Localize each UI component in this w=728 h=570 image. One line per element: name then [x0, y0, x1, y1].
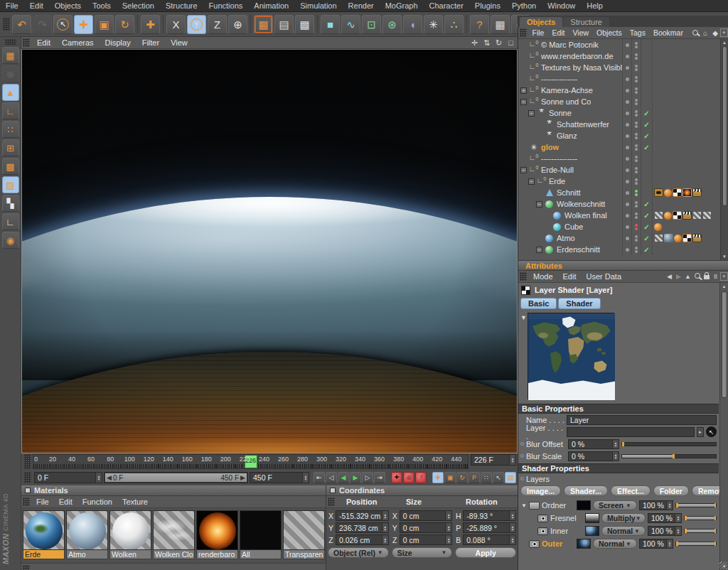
tree-row[interactable]: ∟0-------------- [518, 73, 720, 85]
texsphere-tag-icon[interactable] [664, 234, 673, 242]
layer-dot-cell[interactable] [622, 39, 631, 50]
key-scale-button[interactable]: ▣ [444, 472, 456, 483]
layer-name[interactable]: Fresnel [550, 514, 583, 522]
attributes-scrollbar[interactable]: ▲ ▼ [719, 283, 728, 570]
visibility-dots-cell[interactable] [631, 96, 641, 107]
layer-opacity-slider[interactable] [675, 542, 717, 546]
material-item[interactable]: Atmo [66, 510, 108, 559]
objects-menu-edit[interactable]: Edit [548, 28, 569, 37]
scroll-down-icon[interactable]: ▼ [722, 253, 727, 260]
visibility-editor-dot[interactable] [635, 235, 638, 238]
collapse-caret-icon[interactable]: ▼ [521, 502, 527, 509]
name-field[interactable]: Layer [567, 415, 717, 425]
coordinate-field-position-z[interactable]: 0.026 cm▲▼ [336, 534, 389, 545]
texstripe-tag-icon[interactable] [692, 211, 702, 220]
scrollbar-thumb[interactable] [722, 46, 727, 206]
materials-menu-texture[interactable]: Texture [117, 498, 153, 506]
material-item[interactable]: All [240, 510, 282, 559]
menubar-item-edit[interactable]: Edit [24, 1, 49, 10]
history-icon[interactable]: 8 [711, 273, 720, 280]
points-mode-button[interactable]: ∷ [2, 121, 19, 138]
visibility-dots-cell[interactable] [631, 244, 641, 255]
layer-shader-button[interactable]: Shader... [564, 485, 608, 496]
visibility-render-dot[interactable] [635, 68, 638, 71]
blur-scale-field[interactable]: 0 % ▲▼ [568, 451, 619, 461]
attributes-menu-user-data[interactable]: User Data [582, 272, 627, 281]
expander-icon[interactable]: − [520, 167, 527, 173]
tree-row[interactable]: Wolken final✓ [518, 210, 720, 221]
blend-mode-dropdown[interactable]: Normal▼ [601, 526, 646, 536]
move-button[interactable]: ✚ [74, 15, 93, 34]
live-selection-button[interactable]: ↖ [53, 15, 73, 34]
back-icon[interactable]: ◀ [665, 273, 674, 280]
visibility-editor-dot[interactable] [635, 87, 638, 90]
target-tag-icon[interactable] [654, 120, 663, 129]
layer-dot-cell[interactable] [622, 62, 631, 73]
layer-visibility-icon[interactable] [537, 527, 548, 535]
coordinate-stepper[interactable]: ▲▼ [382, 523, 388, 532]
opacity-stepper[interactable]: ▲▼ [666, 539, 673, 548]
enable-check-cell[interactable] [641, 73, 652, 85]
render-view-button[interactable]: ▦ [254, 15, 273, 34]
tree-row[interactable]: Atmo✓ [518, 232, 720, 244]
visibility-dots-cell[interactable] [631, 50, 641, 62]
goto-end-button[interactable]: ⇥ [374, 472, 385, 483]
menubar-item-render[interactable]: Render [343, 1, 380, 10]
enable-check-cell[interactable]: ✓ [641, 221, 652, 232]
tab-objects[interactable]: Objects [520, 17, 562, 27]
expander-icon[interactable]: − [536, 201, 542, 208]
objects-menu-view[interactable]: View [569, 28, 593, 37]
add-array-button[interactable]: ⊛ [382, 15, 402, 34]
viewport-grip[interactable] [23, 38, 30, 47]
visibility-dots-cell[interactable] [631, 107, 641, 119]
materials-menu-file[interactable]: File [31, 498, 54, 506]
enable-check-cell[interactable]: ✓ [641, 141, 652, 153]
keyframe-selection-button[interactable]: ? [415, 472, 427, 483]
enable-check-cell[interactable] [641, 62, 652, 73]
layer-dot-cell[interactable] [622, 119, 631, 130]
layer-menu-icon[interactable]: ▸ [697, 427, 704, 437]
coordinate-stepper[interactable]: ▲▼ [509, 535, 515, 544]
target-tag-icon[interactable] [654, 131, 663, 140]
layer-opacity-field[interactable]: 100 %▲▼ [648, 513, 682, 523]
stage-tag-icon[interactable] [692, 188, 702, 197]
visibility-render-dot[interactable] [635, 148, 638, 151]
range-end-stepper[interactable]: ▲▼ [302, 473, 309, 483]
enable-check-cell[interactable]: ✓ [641, 107, 652, 119]
layer-effect-button[interactable]: Effect... [611, 485, 651, 496]
scroll-up-icon[interactable]: ▲ [722, 283, 727, 290]
add-cube-button[interactable]: ■ [321, 15, 340, 34]
visibility-editor-dot[interactable] [635, 133, 638, 136]
materials-titlebar[interactable]: Materials [21, 485, 326, 496]
menubar-item-window[interactable]: Window [542, 1, 581, 10]
coordinate-field-rotation-p[interactable]: -25.889 °▲▼ [463, 522, 516, 533]
help-button[interactable]: ? [470, 15, 489, 34]
layer-dot-cell[interactable] [622, 73, 631, 85]
expander-icon[interactable]: + [520, 87, 527, 94]
visibility-dots-cell[interactable] [631, 141, 641, 153]
layer-name[interactable]: Outer [542, 539, 574, 548]
visibility-render-dot[interactable] [635, 250, 638, 253]
objects-menu-tags[interactable]: Tags [626, 28, 649, 37]
visibility-render-dot[interactable] [635, 91, 638, 94]
frame-stepper[interactable]: ▲▼ [509, 455, 515, 465]
expander-icon[interactable]: − [520, 99, 527, 105]
apply-button[interactable]: Apply [455, 547, 516, 558]
visibility-render-dot[interactable] [635, 239, 638, 242]
layer-dot-cell[interactable] [622, 85, 631, 96]
tree-row[interactable]: +∟0Kamera-Achse [518, 85, 720, 96]
menubar-item-selection[interactable]: Selection [117, 1, 160, 10]
object-axis-mode-button[interactable]: ∟ [2, 102, 19, 119]
coordinates-titlebar[interactable]: Coordinates [326, 485, 518, 496]
lock-z-axis-button[interactable]: Z [208, 15, 227, 34]
enable-check-cell[interactable] [641, 85, 652, 96]
tree-row[interactable]: Cube✓ [518, 221, 720, 232]
timeline-grip[interactable] [24, 454, 31, 469]
blend-mode-dropdown[interactable]: Screen▼ [593, 500, 637, 510]
expander-icon[interactable]: − [536, 247, 542, 253]
layout-manager-button[interactable]: ▦ [491, 15, 510, 34]
checker-tag-icon[interactable] [673, 188, 682, 197]
coordinate-field-size-y[interactable]: 0 cm▲▼ [400, 522, 453, 533]
visibility-dots-cell[interactable] [631, 85, 641, 96]
coordinate-field-rotation-b[interactable]: 0.088 °▲▼ [463, 534, 516, 545]
